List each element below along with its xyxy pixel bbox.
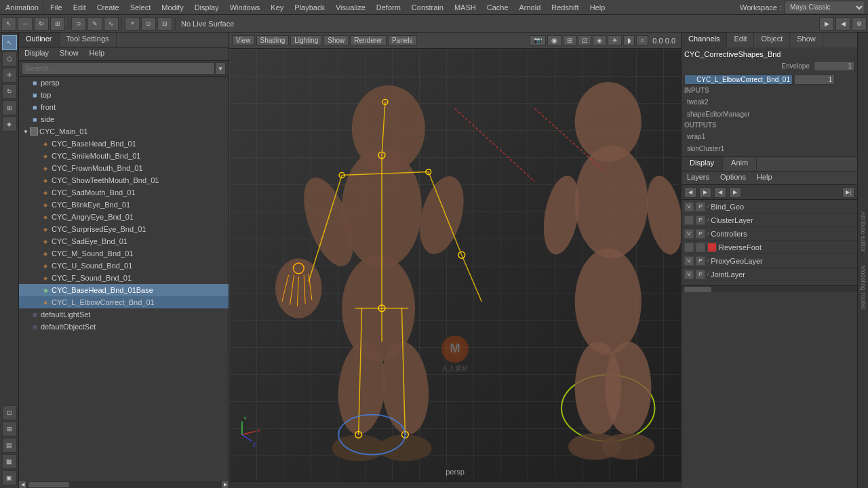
layer-row-1[interactable]: P / ClusterLayer [682,214,857,227]
outliner-item-1[interactable]: ◼top [19,89,229,101]
cb-tab-show[interactable]: Show [790,33,823,47]
outliner-item-13[interactable]: ◈CYC_SadEye_Bnd_01 [19,235,229,247]
outliner-menu-display[interactable]: Display [19,47,54,60]
tb-settings[interactable]: ⚙ [852,17,867,30]
outliner-item-16[interactable]: ◈CYC_F_Sound_Bnd_01 [19,272,229,284]
vp-smooth[interactable]: ◈ [593,35,606,45]
vp-lighting[interactable]: Lighting [290,35,322,45]
menu-select[interactable]: Select [125,2,157,13]
outliner-item-11[interactable]: ◈CYC_AngryEye_Bnd_01 [19,211,229,223]
outliner-item-7[interactable]: ◈CYC_FrownMouth_Bnd_01 [19,162,229,174]
outliner-item-14[interactable]: ◈CYC_M_Sound_Bnd_01 [19,247,229,260]
layer-menu-options[interactable]: Options [715,171,751,184]
menu-display[interactable]: Display [189,2,224,13]
layer-ctrl-next2[interactable]: ▶ [729,187,741,198]
cb-output-skincluster[interactable]: skinCluster1 [684,142,854,155]
tool-display5[interactable]: ▣ [2,470,17,485]
tool-rotate[interactable]: ↻ [2,84,17,99]
outliner-item-18[interactable]: ◈CYC_L_ElbowCorrect_Bnd_01 [19,296,229,308]
vp-panels[interactable]: Panels [388,35,417,45]
vp-renderer[interactable]: Renderer [350,35,387,45]
layer-v-btn[interactable]: V [684,270,694,279]
menu-cache[interactable]: Cache [481,2,514,13]
tb-rotate[interactable]: ↻ [34,17,49,30]
layer-v-btn[interactable] [684,216,694,225]
tb-select[interactable]: ↖ [1,17,16,30]
tb-move[interactable]: ↔ [18,17,33,30]
cb-output-wrap1[interactable]: wrap1 [684,130,854,142]
cb-input-shapeeditor[interactable]: shapeEditorManager [684,108,854,120]
layer-p-btn[interactable]: P [696,202,705,211]
layer-v-btn[interactable] [684,243,694,252]
outliner-menu-show[interactable]: Show [54,47,84,60]
layer-ctrl-prev[interactable]: ◀ [684,187,696,198]
outliner-item-17[interactable]: ◉CYC_BaseHead_Bnd_01Base [19,284,229,296]
workspace-selector[interactable]: Maya Classic [784,1,865,14]
menu-key[interactable]: Key [265,2,289,13]
outliner-item-6[interactable]: ◈CYC_SmileMouth_Bnd_01 [19,150,229,162]
tool-display4[interactable]: ▦ [2,454,17,469]
layer-ctrl-next[interactable]: ▶ [699,187,711,198]
tb-lasso[interactable]: ⊃ [71,17,86,30]
tool-universal[interactable]: ◈ [2,117,17,131]
cb-tab-object[interactable]: Object [754,33,790,47]
tree-expand-arrow[interactable]: ▼ [22,129,30,135]
layer-p-btn[interactable]: P [696,216,705,225]
layer-row-5[interactable]: V P / JointLayer [682,268,857,281]
menu-deform[interactable]: Deform [371,2,406,13]
tool-select[interactable]: ↖ [2,35,17,50]
viewport[interactable]: X Y Z M 人人素材 persp [229,49,681,481]
menu-mash[interactable]: MASH [449,2,481,13]
cb-selected-input[interactable]: CYC_L_ElbowCorrect_Bnd_01 [684,75,793,85]
layer-row-0[interactable]: V P / Bind_Geo [682,200,857,214]
attr-editor-bar[interactable]: Attribute Editor Modeling Toolkit [857,33,868,488]
tab-outliner[interactable]: Outliner [19,33,60,47]
menu-create[interactable]: Create [92,2,125,13]
menu-modify[interactable]: Modify [156,2,189,13]
tb-scale[interactable]: ⊞ [50,17,65,30]
menu-arnold[interactable]: Arnold [514,2,547,13]
tb-sculpt[interactable]: ∿ [104,17,119,30]
tool-display2[interactable]: ⊞ [2,422,17,436]
outliner-item-15[interactable]: ◈CYC_U_Sound_Bnd_01 [19,260,229,272]
tool-scale[interactable]: ⊞ [2,100,17,115]
tool-move[interactable]: ✛ [2,68,17,83]
cb-envelope-value[interactable]: 1 [814,61,854,71]
tb-snap3[interactable]: ⊟ [157,17,172,30]
layer-v-btn[interactable]: V [684,229,694,239]
outliner-menu-help[interactable]: Help [84,47,111,60]
vp-ao[interactable]: ○ [636,35,648,45]
vp-cam1[interactable]: 📷 [530,35,546,45]
outliner-item-5[interactable]: ◈CYC_BaseHead_Bnd_01 [19,138,229,150]
scroll-right[interactable]: ▶ [222,481,229,488]
layer-scroll-handle[interactable] [684,287,711,292]
tab-anim[interactable]: Anim [723,157,757,171]
tab-display[interactable]: Display [682,157,723,171]
cb-input-tweak2[interactable]: tweak2 [684,96,854,108]
vp-grid[interactable]: ⊞ [563,35,576,45]
layer-p-btn[interactable] [696,243,705,252]
outliner-item-3[interactable]: ◼side [19,113,229,125]
outliner-item-12[interactable]: ◈CYC_SurprisedEye_Bnd_01 [19,223,229,235]
layer-menu-help[interactable]: Help [751,171,778,184]
menu-edit[interactable]: Edit [68,2,92,13]
outliner-item-9[interactable]: ◈CYC_SadMouth_Bnd_01 [19,186,229,199]
menu-playback[interactable]: Playback [289,2,330,13]
tb-render2[interactable]: ◀ [835,17,850,30]
outliner-item-8[interactable]: ◈CYC_ShowTeethMouth_Bnd_01 [19,174,229,186]
tool-display1[interactable]: ⊡ [2,405,17,420]
tb-snap1[interactable]: ⌖ [125,17,140,30]
layer-row-3[interactable]: ReverseFoot [682,241,857,254]
vp-shadow[interactable]: ◗ [623,35,635,45]
tab-tool-settings[interactable]: Tool Settings [60,33,117,47]
tb-snap2[interactable]: ⊙ [141,17,156,30]
menu-windows[interactable]: Windows [224,2,266,13]
cb-tab-edit[interactable]: Edit [727,33,754,47]
layer-v-btn[interactable]: V [684,202,694,211]
layer-p-btn[interactable]: P [696,256,705,266]
vp-show[interactable]: Show [323,35,349,45]
scroll-left[interactable]: ◀ [19,481,26,488]
menu-redshift[interactable]: Redshift [546,2,584,13]
search-input[interactable] [22,62,215,75]
layer-ctrl-prev2[interactable]: ◀ [714,187,726,198]
